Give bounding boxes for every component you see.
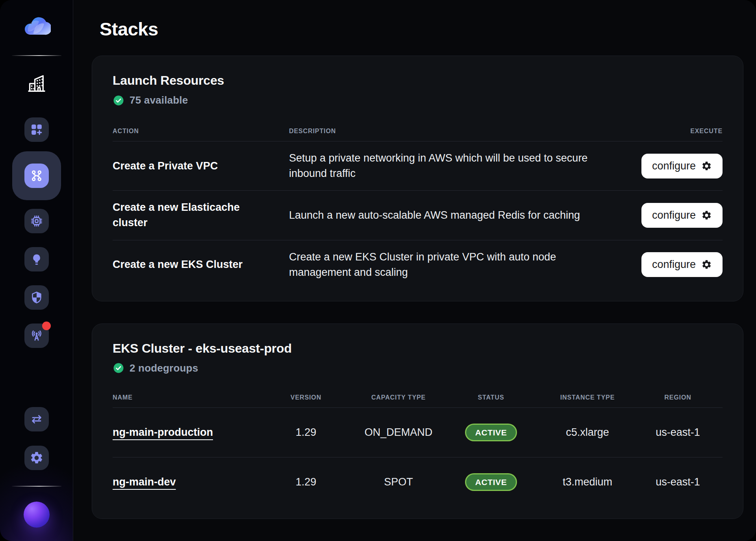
nodegroup-link[interactable]: ng-main-production [113, 426, 213, 439]
instance-type-cell: c5.xlarge [542, 426, 633, 439]
status-cell: ACTIVE [440, 424, 542, 441]
action-description: Launch a new auto-scalable AWS managed R… [289, 208, 634, 223]
eks-cluster-card: EKS Cluster - eks-useast-prod 2 nodegrou… [92, 323, 743, 519]
action-description: Setup a private networking in AWS which … [289, 151, 634, 181]
sidebar-item-apps[interactable] [24, 117, 49, 142]
column-header-instance-type: INSTANCE TYPE [542, 394, 633, 401]
page-title: Stacks [100, 18, 743, 40]
region-cell: us-east-1 [633, 476, 723, 488]
cloud-logo-icon [22, 16, 51, 38]
transfer-arrows-icon [30, 412, 44, 426]
capacity-type-cell: ON_DEMAND [357, 426, 440, 439]
launch-resources-status: 75 available [113, 94, 723, 106]
apps-add-icon [30, 123, 44, 137]
broadcast-antenna-icon [30, 329, 44, 343]
nodegroups-count-label: 2 nodegroups [130, 362, 198, 374]
status-badge: ACTIVE [465, 473, 517, 491]
eks-table-header: NAME VERSION CAPACITY TYPE STATUS INSTAN… [113, 394, 723, 407]
configure-button-label: configure [652, 259, 696, 270]
action-label: Create a Private VPC [113, 158, 289, 174]
instance-type-cell: t3.medium [542, 476, 633, 488]
table-row: Create a new Elasticache cluster Launch … [113, 191, 723, 240]
nodegroup-link[interactable]: ng-main-dev [113, 476, 176, 488]
column-header-action: ACTION [113, 128, 289, 135]
column-header-version: VERSION [255, 394, 357, 401]
column-header-status: STATUS [440, 394, 542, 401]
gear-icon [701, 210, 712, 221]
available-count-label: 75 available [130, 94, 188, 106]
column-header-name: NAME [113, 394, 255, 401]
settings-gear-icon [30, 451, 44, 465]
sidebar-item-settings[interactable] [24, 446, 49, 470]
gear-icon [701, 259, 712, 270]
user-avatar[interactable] [24, 502, 50, 528]
sidebar-item-security[interactable] [24, 285, 49, 310]
sidebar [0, 0, 73, 541]
shield-icon [30, 290, 44, 305]
configure-button-label: configure [652, 161, 696, 171]
status-badge: ACTIVE [465, 424, 517, 441]
column-header-description: DESCRIPTION [289, 128, 634, 135]
check-circle-icon [113, 362, 124, 374]
column-header-region: REGION [633, 394, 723, 401]
app-window: Stacks Launch Resources 75 available ACT… [0, 0, 756, 541]
action-label: Create a new Elasticache cluster [113, 200, 289, 231]
building-icon [26, 73, 47, 94]
stacks-network-icon [29, 168, 44, 183]
configure-button[interactable]: configure [641, 252, 723, 277]
gear-icon [701, 161, 712, 171]
launch-resources-card: Launch Resources 75 available ACTION DES… [92, 56, 743, 301]
configure-button-label: configure [652, 210, 696, 221]
cloud-logo[interactable] [22, 16, 51, 38]
version-cell: 1.29 [255, 426, 357, 439]
sidebar-item-stacks[interactable] [12, 151, 61, 200]
sidebar-footer [12, 407, 61, 541]
check-circle-icon [113, 95, 124, 106]
configure-button[interactable]: configure [641, 203, 723, 228]
configure-button[interactable]: configure [641, 154, 723, 178]
launch-resources-title: Launch Resources [113, 73, 723, 88]
sidebar-item-compute[interactable] [24, 209, 49, 233]
action-label: Create a new EKS Cluster [113, 257, 289, 272]
launch-resources-table-header: ACTION DESCRIPTION EXECUTE [113, 128, 723, 141]
sidebar-item-organization[interactable] [26, 73, 47, 95]
main-content: Stacks Launch Resources 75 available ACT… [73, 0, 756, 541]
capacity-type-cell: SPOT [357, 476, 440, 488]
table-row: Create a new EKS Cluster Create a new EK… [113, 240, 723, 289]
sidebar-divider-top [12, 55, 61, 56]
eks-cluster-status: 2 nodegroups [113, 362, 723, 374]
sidebar-item-ideas[interactable] [24, 247, 49, 271]
lightbulb-icon [30, 252, 44, 266]
table-row: ng-main-production 1.29 ON_DEMAND ACTIVE… [113, 408, 723, 457]
sidebar-item-transfer[interactable] [24, 407, 49, 431]
column-header-execute: EXECUTE [634, 128, 723, 135]
column-header-capacity-type: CAPACITY TYPE [357, 394, 440, 401]
status-cell: ACTIVE [440, 473, 542, 491]
notification-dot [42, 322, 51, 330]
table-row: ng-main-dev 1.29 SPOT ACTIVE t3.medium u… [113, 457, 723, 507]
chip-icon [30, 214, 44, 228]
action-description: Create a new EKS Cluster in private VPC … [289, 249, 634, 280]
version-cell: 1.29 [255, 476, 357, 488]
table-row: Create a Private VPC Setup a private net… [113, 141, 723, 190]
region-cell: us-east-1 [633, 426, 723, 439]
eks-cluster-title: EKS Cluster - eks-useast-prod [113, 341, 723, 356]
sidebar-item-broadcast[interactable] [24, 323, 49, 348]
sidebar-divider-bottom [12, 486, 61, 487]
sidebar-item-stacks-highlight [24, 164, 49, 188]
